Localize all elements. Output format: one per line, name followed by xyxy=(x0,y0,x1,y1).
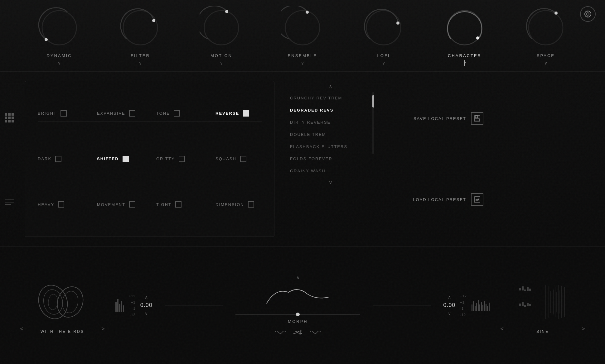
morph-chevron-up[interactable]: ∧ xyxy=(296,275,299,280)
preset-item-dirty-reverse[interactable]: DIRTY REVERSE xyxy=(287,116,372,128)
svg-point-7 xyxy=(45,38,48,41)
right-pitch-up[interactable]: ∧ xyxy=(448,295,451,299)
preset-item-degraded-revs[interactable]: DEGRADED REVS xyxy=(287,104,372,116)
settings-icon[interactable] xyxy=(580,6,596,22)
svg-point-14 xyxy=(366,11,401,45)
left-instrument-prev[interactable]: < xyxy=(18,324,25,334)
morph-slider-dot[interactable] xyxy=(296,313,300,316)
left-pitch-up[interactable]: ∧ xyxy=(145,295,148,299)
middle-section: BRIGHT EXPANSIVE TONE REVERSE DARK xyxy=(0,72,605,246)
svg-rect-39 xyxy=(529,304,531,306)
preset-scrollbar[interactable] xyxy=(372,92,374,154)
tag-dark: DARK xyxy=(38,156,88,162)
preset-item-double-trem[interactable]: DOUBLE TREM xyxy=(287,128,372,141)
character-active-indicator xyxy=(464,60,465,66)
tag-movement-label: MOVEMENT xyxy=(97,202,125,207)
tag-squash-checkbox[interactable] xyxy=(240,156,246,162)
grid-icon[interactable] xyxy=(5,113,14,122)
svg-point-25 xyxy=(34,282,72,322)
knob-ensemble-label: ENSEMBLE xyxy=(288,53,317,58)
tag-dimension-label: DIMENSION xyxy=(215,202,244,207)
svg-point-18 xyxy=(529,11,563,45)
tag-squash: SQUASH xyxy=(215,156,265,162)
tags-panel: BRIGHT EXPANSIVE TONE REVERSE DARK xyxy=(25,81,274,237)
preset-scroll-up[interactable]: ∧ xyxy=(287,81,374,92)
svg-rect-22 xyxy=(475,119,479,121)
tag-expansive-checkbox[interactable] xyxy=(129,110,135,117)
left-pitch-down[interactable]: ∨ xyxy=(145,311,148,316)
load-local-preset-button[interactable]: LOAD LOCAL PRESET xyxy=(387,190,486,209)
preset-scroll-down[interactable]: ∨ xyxy=(287,177,374,188)
save-local-preset-label: SAVE LOCAL PRESET xyxy=(390,116,466,121)
knob-space-label: SPACE xyxy=(537,53,555,58)
tag-tone-checkbox[interactable] xyxy=(174,110,180,117)
left-instrument-next[interactable]: > xyxy=(100,324,106,334)
save-local-preset-button[interactable]: SAVE LOCAL PRESET xyxy=(387,109,486,128)
tag-tight: TIGHT xyxy=(156,201,206,208)
svg-rect-34 xyxy=(529,289,531,291)
right-pitch-value: 0.00 xyxy=(443,302,455,309)
tag-movement-checkbox[interactable] xyxy=(129,201,135,208)
svg-point-11 xyxy=(225,10,228,13)
knob-ensemble: ENSEMBLE ∨ xyxy=(281,6,324,65)
tag-dimension: DIMENSION xyxy=(215,201,265,208)
morph-sine-left-icon xyxy=(274,329,287,335)
tag-bright-checkbox[interactable] xyxy=(60,110,67,117)
tag-heavy: HEAVY xyxy=(38,201,88,208)
right-scale: +12 +1 -1 -12 xyxy=(460,294,467,317)
preset-item-grainy-wash[interactable]: GRAINY WASH xyxy=(287,165,372,177)
morph-shuffle-icon[interactable] xyxy=(293,328,303,336)
svg-point-1 xyxy=(587,13,589,15)
tag-dark-checkbox[interactable] xyxy=(55,156,61,162)
knob-dynamic-chevron[interactable]: ∨ xyxy=(58,60,61,65)
svg-point-17 xyxy=(476,36,479,40)
preset-item-crunchy-rev-trem[interactable]: CRUNCHY REV TREM xyxy=(287,92,372,104)
tag-bright: BRIGHT xyxy=(38,110,88,117)
load-icon xyxy=(471,193,483,206)
svg-rect-37 xyxy=(524,305,526,307)
morph-slider-track[interactable] xyxy=(235,314,360,314)
svg-rect-36 xyxy=(522,302,524,306)
right-instrument-prev[interactable]: < xyxy=(499,324,505,334)
tag-bright-label: BRIGHT xyxy=(38,111,57,116)
right-separator xyxy=(373,305,431,305)
svg-rect-32 xyxy=(524,290,526,291)
svg-rect-33 xyxy=(527,287,529,291)
svg-point-9 xyxy=(152,19,155,22)
svg-point-28 xyxy=(53,283,87,321)
svg-rect-38 xyxy=(527,303,529,306)
right-instrument-next[interactable]: > xyxy=(580,324,587,334)
morph-curve xyxy=(251,285,345,309)
tag-reverse-label: REVERSE xyxy=(215,111,239,116)
tag-heavy-checkbox[interactable] xyxy=(58,201,64,208)
lines-icon[interactable] xyxy=(5,199,14,205)
right-level-bars xyxy=(472,300,490,311)
knob-character-label: CHARACTER xyxy=(448,53,482,58)
load-local-preset-label: LOAD LOCAL PRESET xyxy=(390,197,466,202)
tag-tight-checkbox[interactable] xyxy=(175,201,182,208)
knob-motion-chevron[interactable]: ∨ xyxy=(220,60,223,65)
svg-point-10 xyxy=(204,11,239,45)
svg-point-16 xyxy=(448,11,482,45)
tag-gritty-checkbox[interactable] xyxy=(179,156,185,162)
preset-item-folds-forever[interactable]: FOLDS FOREVER xyxy=(287,153,372,165)
right-controls: ∧ 0.00 ∨ +12 +1 -1 -12 xyxy=(443,294,490,317)
knob-character: CHARACTER ∨ xyxy=(443,6,486,65)
morph-sine-right-icon xyxy=(309,329,322,335)
right-instrument-name: SINE xyxy=(511,329,574,334)
right-pitch-down[interactable]: ∨ xyxy=(448,311,451,316)
knob-filter-chevron[interactable]: ∨ xyxy=(139,60,142,65)
left-controls: +12 +1 -1 -12 ∧ 0.00 ∨ xyxy=(115,294,152,317)
tag-tone-label: TONE xyxy=(156,111,170,116)
knob-lofi-chevron[interactable]: ∨ xyxy=(382,60,385,65)
tag-row-1: BRIGHT EXPANSIVE TONE REVERSE xyxy=(38,106,262,122)
preset-scrollbar-thumb xyxy=(372,95,374,108)
knob-space-chevron[interactable]: ∨ xyxy=(544,60,547,65)
tag-dimension-checkbox[interactable] xyxy=(248,201,254,208)
tag-shifted-checkbox[interactable] xyxy=(123,156,129,162)
tag-reverse-checkbox[interactable] xyxy=(243,110,249,117)
tag-reverse: REVERSE xyxy=(215,110,265,117)
preset-item-flashback-flutters[interactable]: FLASHBACK FLUTTERS xyxy=(287,141,372,153)
knob-ensemble-chevron[interactable]: ∨ xyxy=(301,60,304,65)
svg-point-19 xyxy=(554,12,558,15)
